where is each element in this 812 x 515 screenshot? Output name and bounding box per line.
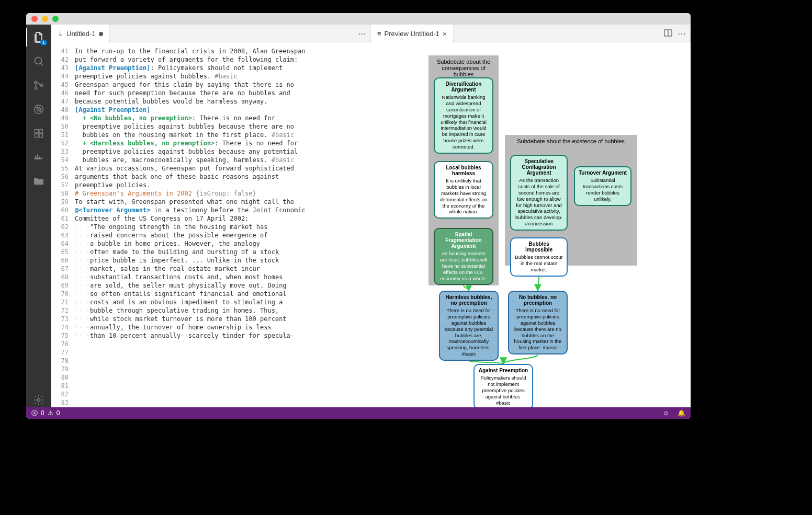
code-content[interactable]: In the run-up to the financial crisis in… (75, 43, 371, 407)
tab-editor[interactable]: ⇓ Untitled-1 (51, 25, 110, 43)
window-maximize-button[interactable] (52, 16, 59, 22)
node-title: No bubbles, no preemption (512, 294, 563, 306)
svg-rect-13 (37, 155, 38, 156)
svg-point-1 (35, 81, 37, 84)
node-title: Diversification Argument (438, 81, 489, 93)
status-bell-icon[interactable]: 🔔 (678, 409, 685, 417)
svg-rect-6 (35, 130, 39, 133)
node-title: Against Preemption (478, 368, 529, 373)
diagram-node[interactable]: Harmless bubbles, no preemptionThere is … (439, 291, 499, 361)
source-control-icon[interactable] (31, 78, 46, 93)
split-editor-icon[interactable] (664, 29, 672, 39)
diagram-node[interactable]: Local bubbles harmlessIt is unlikely tha… (434, 161, 493, 219)
preview-pane[interactable]: Subdebate about the consequences of bubb… (371, 43, 691, 407)
node-body: Substantial transactions costs render bu… (578, 177, 627, 202)
status-errors-icon[interactable]: ⓧ (31, 409, 38, 418)
status-bar[interactable]: ⓧ 0 ⚠ 0 ☺ 🔔 (26, 407, 691, 419)
explorer-icon[interactable]: 1 (31, 30, 46, 44)
status-errors-count[interactable]: 0 (41, 409, 44, 417)
docker-icon[interactable] (31, 150, 46, 165)
settings-gear-icon[interactable] (31, 393, 46, 407)
search-icon[interactable] (31, 54, 46, 68)
tab-preview[interactable]: ≡ Preview Untitled-1 × (371, 25, 454, 43)
svg-rect-10 (35, 156, 37, 158)
svg-rect-9 (39, 134, 43, 138)
extensions-icon[interactable] (31, 126, 46, 141)
diagram-node[interactable]: Speculative Conflagration ArgumentAs the… (510, 155, 568, 231)
diagram-node[interactable]: Bubbles impossibleBubbles cannot occur i… (510, 237, 568, 277)
node-body: There is no need for preemptive policies… (443, 307, 494, 357)
node-body: As housing markets are local, bubbles wi… (438, 250, 489, 281)
window-minimize-button[interactable] (42, 16, 48, 22)
editor-pane[interactable]: 4142434445464748495051525354555657585960… (51, 43, 371, 407)
svg-rect-7 (39, 130, 43, 133)
node-body: Nationwide banking and widespread securi… (438, 94, 489, 150)
svg-rect-11 (37, 156, 38, 158)
window-close-button[interactable] (31, 16, 38, 22)
svg-point-14 (37, 398, 40, 402)
svg-point-0 (35, 58, 42, 64)
activity-bar: 1 (26, 25, 51, 407)
svg-point-2 (35, 87, 37, 89)
node-body: Bubbles cannot occur in the real estate … (514, 254, 563, 273)
node-title: Spatial Fragmentation Argument (438, 232, 489, 249)
tab-icon: ⇓ (58, 30, 63, 38)
argument-diagram: Subdebate about the consequences of bubb… (371, 43, 691, 407)
tab-dirty-indicator (99, 32, 103, 36)
node-title: Bubbles impossible (514, 241, 563, 253)
svg-rect-8 (35, 134, 39, 138)
tab-close-icon[interactable]: × (443, 30, 447, 38)
status-feedback-icon[interactable]: ☺ (663, 409, 669, 417)
debug-icon[interactable] (31, 102, 46, 117)
preview-more-icon[interactable]: ⋯ (678, 29, 686, 39)
node-title: Local bubbles harmless (438, 165, 489, 176)
svg-point-3 (40, 84, 43, 87)
diagram-node[interactable]: Against PreemptionPolicymakers should no… (473, 364, 533, 407)
tab-preview-icon: ≡ (377, 30, 381, 38)
diagram-node[interactable]: Diversification ArgumentNationwide banki… (434, 77, 493, 154)
node-body: Policymakers should not implement preemp… (478, 375, 529, 406)
tab-bar: ⇓ Untitled-1 ⋯ ≡ Preview Untitled-1 × (51, 25, 691, 43)
node-title: Speculative Conflagration Argument (514, 158, 563, 176)
tab-label: Untitled-1 (66, 30, 96, 38)
svg-rect-12 (39, 156, 40, 158)
node-title: Harmless bubbles, no preemption (443, 294, 494, 306)
node-body: As the transaction costs of the sale of … (514, 177, 563, 227)
diagram-node[interactable]: No bubbles, no preemptionThere is no nee… (508, 291, 568, 354)
titlebar[interactable] (26, 13, 691, 25)
node-body: There is no need for preemptive policies… (512, 307, 563, 351)
explorer-badge: 1 (40, 40, 47, 45)
group-title: Subdebate about the consequences of bubb… (428, 55, 499, 81)
folder-icon[interactable] (31, 174, 46, 189)
status-warnings-count[interactable]: 0 (57, 409, 60, 417)
app-window: 1 (26, 13, 691, 419)
node-title: Turnover Argument (578, 170, 627, 176)
line-gutter: 4142434445464748495051525354555657585960… (51, 43, 75, 407)
status-warnings-icon[interactable]: ⚠ (48, 409, 53, 417)
diagram-node[interactable]: Spatial Fragmentation ArgumentAs housing… (434, 228, 493, 285)
editor-more-icon[interactable]: ⋯ (358, 29, 366, 39)
group-title: Subdebate about the existence of bubbles (505, 135, 637, 147)
node-body: It is unlikely that bubbles in local mar… (438, 178, 489, 215)
diagram-node[interactable]: Turnover ArgumentSubstantial transaction… (574, 166, 631, 206)
tab-label: Preview Untitled-1 (385, 30, 440, 38)
